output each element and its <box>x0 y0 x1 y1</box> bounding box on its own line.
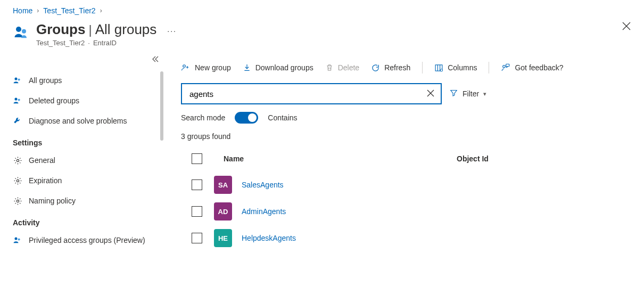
sidebar-header-activity: Activity <box>9 211 164 230</box>
table-row: SA SalesAgents <box>181 172 633 198</box>
svg-point-13 <box>183 65 186 68</box>
refresh-icon <box>371 63 380 72</box>
button-label: Refresh <box>384 63 410 72</box>
main-content: New group Download groups Delete Refresh… <box>165 55 644 291</box>
group-link[interactable]: SalesAgents <box>242 181 284 189</box>
separator <box>422 62 423 74</box>
button-label: Columns <box>448 63 477 72</box>
breadcrumb-home[interactable]: Home <box>13 6 32 15</box>
svg-point-1 <box>22 29 26 34</box>
clear-search-button[interactable] <box>425 87 436 101</box>
close-icon <box>427 89 434 97</box>
group-link[interactable]: AdminAgents <box>242 207 286 216</box>
svg-point-9 <box>16 179 19 182</box>
search-input-wrapper[interactable] <box>181 83 442 104</box>
search-mode-value: Contains <box>268 113 297 122</box>
search-mode-label: Search mode <box>181 113 225 122</box>
svg-point-5 <box>18 78 20 80</box>
new-group-button[interactable]: New group <box>181 63 231 72</box>
search-input[interactable] <box>188 89 425 99</box>
svg-rect-19 <box>506 64 509 67</box>
header-product: EntraID <box>93 39 117 47</box>
sidebar-item-all-groups[interactable]: All groups <box>9 70 164 91</box>
svg-point-4 <box>14 77 17 80</box>
gear-icon <box>13 196 22 206</box>
title-separator: | <box>88 22 92 37</box>
people-plus-icon <box>181 63 191 72</box>
sidebar-item-label: Deleted groups <box>29 96 79 105</box>
people-icon <box>13 235 22 245</box>
sidebar-item-deleted-groups[interactable]: Deleted groups <box>9 91 164 111</box>
group-avatar: AD <box>214 202 232 220</box>
refresh-button[interactable]: Refresh <box>371 63 410 72</box>
sidebar-item-label: Expiration <box>29 176 62 185</box>
chevron-down-icon: ▾ <box>483 91 486 97</box>
svg-point-0 <box>16 27 21 32</box>
table-header: Name Object Id <box>181 149 633 172</box>
sidebar-item-label: Naming policy <box>29 197 76 205</box>
button-label: Filter <box>463 89 479 98</box>
breadcrumb: Home › Test_Test_Tier2 › <box>0 0 644 19</box>
people-icon <box>13 76 22 85</box>
scrollbar[interactable] <box>160 71 163 141</box>
trash-icon <box>325 63 334 72</box>
select-all-checkbox[interactable] <box>192 153 202 164</box>
download-icon <box>243 63 251 72</box>
page-view: All groups <box>95 21 157 38</box>
delete-button: Delete <box>325 63 359 72</box>
column-object-id[interactable]: Object Id <box>457 154 489 163</box>
header-subtitle: Test_Test_Tier2 <box>36 39 85 47</box>
group-link[interactable]: HelpdeskAgents <box>242 234 296 242</box>
chevron-double-left-icon <box>152 55 159 63</box>
svg-point-17 <box>441 69 443 71</box>
breadcrumb-tier[interactable]: Test_Test_Tier2 <box>43 6 95 15</box>
sidebar-item-naming-policy[interactable]: Naming policy <box>9 191 164 211</box>
sidebar-header-settings: Settings <box>9 131 164 150</box>
svg-point-18 <box>503 66 506 68</box>
chevron-right-icon: › <box>37 7 39 14</box>
group-avatar: SA <box>214 176 232 194</box>
search-mode-toggle[interactable] <box>235 112 258 124</box>
column-name[interactable]: Name <box>224 154 447 163</box>
collapse-sidebar-button[interactable] <box>152 55 159 64</box>
wrench-icon <box>13 116 22 126</box>
table-row: AD AdminAgents <box>181 198 633 225</box>
person-feedback-icon <box>501 63 510 72</box>
gear-icon <box>13 176 22 185</box>
more-button[interactable]: ··· <box>167 27 177 35</box>
group-avatar: HE <box>214 229 232 247</box>
feedback-button[interactable]: Got feedback? <box>501 63 563 72</box>
sidebar-item-label: General <box>29 156 55 165</box>
button-label: Delete <box>338 63 359 72</box>
sidebar-item-label: All groups <box>29 76 62 85</box>
svg-point-6 <box>14 97 17 100</box>
sidebar-item-privileged-access[interactable]: Privileged access groups (Preview) <box>9 230 164 250</box>
separator <box>489 62 489 74</box>
row-checkbox[interactable] <box>192 179 202 190</box>
toolbar: New group Download groups Delete Refresh… <box>181 59 633 83</box>
chevron-right-icon: › <box>100 7 102 14</box>
row-checkbox[interactable] <box>192 233 202 243</box>
sidebar-item-general[interactable]: General <box>9 150 164 170</box>
sidebar-item-diagnose[interactable]: Diagnose and solve problems <box>9 111 164 131</box>
download-groups-button[interactable]: Download groups <box>243 63 313 72</box>
table-row: HE HelpdeskAgents <box>181 225 633 251</box>
people-icon <box>13 96 22 105</box>
filter-button[interactable]: Filter ▾ <box>449 88 486 99</box>
sidebar: All groups Deleted groups Diagnose and s… <box>0 55 165 291</box>
row-checkbox[interactable] <box>192 206 202 217</box>
svg-point-12 <box>18 238 20 240</box>
sidebar-item-expiration[interactable]: Expiration <box>9 170 164 191</box>
button-label: New group <box>195 63 231 72</box>
sidebar-item-label: Privileged access groups (Preview) <box>29 236 145 244</box>
svg-point-8 <box>16 159 19 161</box>
close-button[interactable] <box>622 21 631 32</box>
gear-icon <box>13 156 22 165</box>
columns-button[interactable]: Columns <box>434 63 477 72</box>
columns-icon <box>434 63 443 72</box>
filter-icon <box>449 88 458 99</box>
svg-point-11 <box>14 237 17 240</box>
svg-point-10 <box>16 200 19 202</box>
page-title: Groups <box>36 21 85 38</box>
result-count: 3 groups found <box>181 132 633 141</box>
